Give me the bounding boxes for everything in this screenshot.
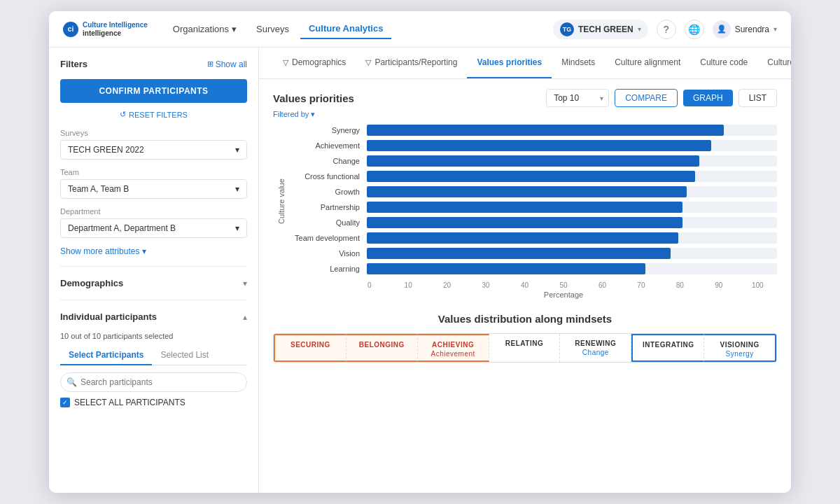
show-all-link[interactable]: ⊞ Show all — [207, 59, 247, 69]
tab-filter-icon2: ▽ — [365, 58, 371, 67]
bar-track — [367, 217, 777, 228]
team-filter: Team Team A, Team B ▾ — [60, 168, 247, 199]
x-tick: 20 — [428, 281, 466, 289]
nav-culture-analytics[interactable]: Culture Analytics — [300, 19, 391, 39]
vp-controls: Top 10 Top 5 Top 15 All COMPARE GRAPH LI… — [546, 89, 777, 107]
bar-label: Partnership — [290, 203, 367, 211]
bar-track — [367, 171, 777, 182]
chart-bar-row: Vision — [290, 248, 777, 259]
graph-button[interactable]: GRAPH — [683, 90, 733, 106]
bar-fill — [367, 155, 699, 167]
select-all-row[interactable]: SELECT ALL PARTICIPANTS — [60, 398, 247, 407]
main-layout: Filters ⊞ Show all CONFIRM PARTICIPANTS … — [49, 48, 791, 493]
department-select[interactable]: Department A, Department B ▾ — [60, 218, 247, 238]
mindset-label: VISIONING — [708, 341, 771, 349]
mindset-label: RENEWING — [564, 340, 626, 347]
demographics-section[interactable]: Demographics ▾ — [60, 274, 247, 293]
bar-label: Team development — [290, 234, 367, 242]
bar-track — [367, 125, 777, 136]
tab-selected-list[interactable]: Selected List — [152, 346, 217, 365]
mindset-label: SECURING — [279, 341, 342, 349]
x-tick: 80 — [661, 281, 699, 289]
reset-filters-link[interactable]: ↺ RESET FILTERS — [60, 110, 247, 119]
demographics-chevron-icon: ▾ — [243, 279, 247, 288]
x-tick: 0 — [350, 281, 388, 289]
list-button[interactable]: LIST — [738, 89, 777, 107]
mindset-card-visioning[interactable]: VISIONINGSynergy — [704, 334, 776, 362]
individual-participants-section[interactable]: Individual participants ▴ — [60, 307, 247, 326]
confirm-participants-button[interactable]: CONFIRM PARTICIPANTS — [60, 79, 247, 103]
x-tick: 60 — [583, 281, 622, 289]
tab-select-participants[interactable]: Select Participants — [60, 346, 152, 365]
compare-button[interactable]: COMPARE — [615, 89, 678, 107]
logo-text: Culture Intelligence intelligence — [83, 21, 148, 38]
logo[interactable]: ci Culture Intelligence intelligence — [63, 21, 148, 38]
surveys-select[interactable]: TECH GREEN 2022 ▾ — [60, 140, 247, 160]
mindset-card-renewing[interactable]: RENEWINGChange — [560, 334, 631, 362]
show-more-attributes[interactable]: Show more attributes ▾ — [60, 246, 247, 256]
individual-participants-chevron-icon: ▴ — [243, 312, 247, 322]
search-participants-input[interactable] — [60, 372, 247, 392]
tab-culture-map[interactable]: Culture map — [757, 48, 791, 78]
org-selector[interactable]: TG TECH GREEN ▾ — [553, 20, 648, 39]
x-tick: 90 — [699, 281, 738, 289]
nav-surveys[interactable]: Surveys — [248, 20, 298, 38]
help-button[interactable]: ? — [657, 20, 676, 39]
sidebar: Filters ⊞ Show all CONFIRM PARTICIPANTS … — [49, 48, 259, 493]
bar-fill — [367, 186, 687, 197]
mindset-card-achieving[interactable]: ACHIEVINGAchievement — [418, 334, 489, 362]
tab-culture-alignment[interactable]: Culture alignment — [605, 48, 690, 78]
tab-culture-code[interactable]: Culture code — [690, 48, 757, 78]
x-axis: 0102030405060708090100 — [350, 279, 777, 289]
tab-participants-reporting[interactable]: ▽ Participants/Reporting — [356, 48, 467, 78]
bar-fill — [367, 140, 711, 151]
tab-mindsets[interactable]: Mindsets — [552, 48, 605, 78]
bar-label: Learning — [290, 265, 367, 273]
bar-track — [367, 248, 777, 259]
user-menu[interactable]: 👤 Surendra ▾ — [713, 20, 777, 38]
bar-label: Achievement — [290, 141, 367, 150]
mindset-card-integrating[interactable]: INTEGRATING — [631, 334, 704, 362]
chart-bar-row: Growth — [290, 186, 777, 197]
dept-chevron-icon: ▾ — [235, 223, 239, 233]
filtered-by[interactable]: Filtered by ▾ — [259, 107, 791, 125]
bar-label: Growth — [290, 188, 367, 196]
chevron-down-icon: ▾ — [232, 24, 237, 34]
select-all-checkbox[interactable] — [60, 398, 70, 407]
tab-demographics[interactable]: ▽ Demographics — [273, 48, 356, 78]
org-icon: TG — [560, 22, 574, 36]
participants-tabs: Select Participants Selected List — [60, 346, 247, 365]
mindset-card-securing[interactable]: SECURING — [274, 334, 346, 362]
chart-bar-row: Cross functional — [290, 171, 777, 182]
mindset-card-relating[interactable]: RELATING — [489, 334, 561, 362]
mindset-sub: Synergy — [708, 350, 771, 358]
team-select[interactable]: Team A, Team B ▾ — [60, 179, 247, 199]
individual-participants-title: Individual participants — [60, 312, 157, 322]
bar-track — [367, 155, 777, 167]
language-button[interactable]: 🌐 — [685, 20, 704, 39]
content-area: ▽ Demographics ▽ Participants/Reporting … — [259, 48, 791, 493]
bar-fill — [367, 217, 682, 228]
values-distribution-section: Values distribution along mindsets SECUR… — [259, 306, 791, 372]
select-chevron-icon: ▾ — [235, 145, 239, 155]
sidebar-header: Filters ⊞ Show all — [60, 59, 247, 69]
filters-title: Filters — [60, 59, 88, 69]
tab-values-priorities[interactable]: Values priorities — [467, 48, 552, 78]
team-label: Team — [60, 168, 247, 176]
bar-track — [367, 186, 777, 197]
team-chevron-icon: ▾ — [235, 184, 239, 194]
department-label: Department — [60, 207, 247, 216]
top10-dropdown[interactable]: Top 10 Top 5 Top 15 All — [546, 89, 609, 107]
nav-organizations[interactable]: Organizations ▾ — [164, 20, 245, 38]
mindset-cards: SECURINGBELONGINGACHIEVINGAchievementREL… — [273, 333, 777, 363]
search-participants-wrap: 🔍 — [60, 372, 247, 392]
mindset-sub: Achievement — [422, 350, 484, 358]
main-nav: Organizations ▾ Surveys Culture Analytic… — [164, 19, 536, 39]
vp-title: Values priorities — [273, 92, 354, 104]
x-tick: 100 — [738, 281, 777, 289]
mindset-card-belonging[interactable]: BELONGING — [346, 334, 418, 362]
bar-label: Quality — [290, 218, 367, 227]
avatar: 👤 — [713, 20, 731, 38]
search-icon: 🔍 — [66, 377, 77, 387]
org-chevron-icon: ▾ — [638, 25, 641, 33]
